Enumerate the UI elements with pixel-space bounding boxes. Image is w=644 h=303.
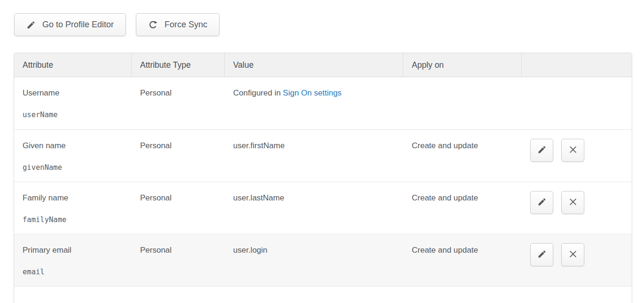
attribute-mapping-table: Attribute Attribute Type Value Apply on …: [14, 53, 632, 303]
go-to-profile-editor-label: Go to Profile Editor: [42, 20, 114, 30]
apply-on-cell: [403, 77, 522, 129]
close-icon: [568, 249, 578, 260]
refresh-icon: [148, 20, 158, 30]
table-header-row: Attribute Attribute Type Value Apply on: [14, 53, 632, 77]
edit-attribute-button[interactable]: [530, 191, 553, 214]
table-row-given-name: Given name givenName Personal user.first…: [14, 129, 632, 182]
column-header-attribute: Attribute: [14, 53, 132, 77]
column-header-actions: [522, 53, 632, 77]
attribute-label: Username: [23, 88, 132, 98]
table-row-username: Username userName Personal Configured in…: [14, 77, 632, 129]
close-icon: [568, 197, 578, 208]
remove-attribute-button[interactable]: [561, 139, 584, 162]
pencil-icon: [537, 249, 547, 260]
actions-cell: [522, 77, 632, 129]
toolbar: Go to Profile Editor Force Sync: [14, 13, 220, 36]
column-header-apply-on: Apply on: [403, 53, 522, 77]
actions-cell: [522, 182, 632, 234]
value-prefix-text: Configured in: [233, 88, 283, 97]
force-sync-button[interactable]: Force Sync: [136, 13, 220, 36]
apply-on-cell: Create and update: [403, 182, 522, 234]
sign-on-settings-link[interactable]: Sign On settings: [283, 88, 342, 97]
table-row-family-name: Family name familyName Personal user.las…: [14, 182, 632, 234]
apply-on-cell: Create and update: [403, 129, 522, 182]
attribute-type-cell: Personal: [132, 77, 225, 129]
pencil-icon: [537, 197, 547, 208]
value-cell: user.lastName: [225, 182, 403, 234]
attribute-type-cell: Personal: [132, 234, 225, 286]
attribute-key: familyName: [23, 215, 132, 224]
apply-on-cell: Create and update: [403, 234, 522, 286]
attribute-label: Given name: [23, 141, 132, 151]
close-icon: [568, 145, 578, 156]
remove-attribute-button[interactable]: [561, 243, 584, 266]
attribute-key: userName: [23, 111, 132, 119]
attribute-type-cell: Personal: [132, 129, 225, 182]
edit-attribute-button[interactable]: [530, 139, 553, 162]
pencil-icon: [26, 20, 36, 30]
value-cell: user.login: [225, 234, 403, 286]
attribute-key: givenName: [23, 163, 132, 172]
attribute-label: Primary email: [23, 246, 132, 255]
actions-cell: [522, 129, 632, 182]
edit-attribute-button[interactable]: [530, 243, 553, 266]
attribute-label: Family name: [23, 193, 132, 203]
column-header-attribute-type: Attribute Type: [132, 53, 225, 77]
pencil-icon: [537, 145, 547, 156]
remove-attribute-button[interactable]: [561, 191, 584, 214]
force-sync-label: Force Sync: [165, 20, 207, 30]
value-cell: user.firstName: [225, 129, 403, 182]
go-to-profile-editor-button[interactable]: Go to Profile Editor: [14, 13, 126, 36]
table-row-partial: [14, 286, 632, 303]
attribute-type-cell: Personal: [132, 182, 225, 234]
column-header-value: Value: [225, 53, 403, 77]
table-row-primary-email: Primary email email Personal user.login …: [14, 234, 632, 286]
attribute-key: email: [23, 268, 132, 276]
actions-cell: [522, 234, 632, 286]
